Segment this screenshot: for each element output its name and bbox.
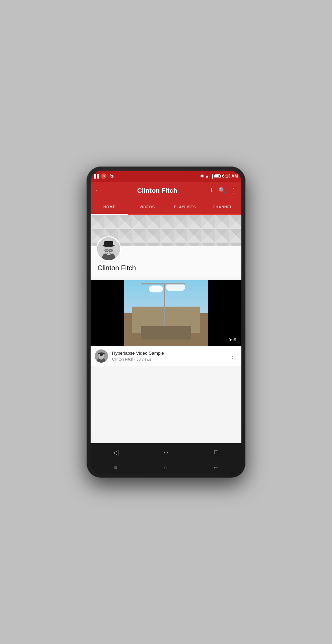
nav-home-button[interactable]: ○ xyxy=(157,445,175,459)
video-text: Hyperlapse Video Sample Clinton Fitch · … xyxy=(112,351,224,361)
channel-avatar xyxy=(96,236,121,261)
status-right-icons: ✱ ▲ ▐ 6:13 AM xyxy=(200,174,238,179)
status-left-icons: S 🛍 xyxy=(94,173,114,179)
svg-point-15 xyxy=(111,250,112,251)
video-card: 0:15 Hyperlapse Video Samp xyxy=(91,280,241,366)
shopping-icon: 🛍 xyxy=(109,173,114,179)
back-button[interactable]: ← xyxy=(95,187,102,194)
gesture-menu-icon: ≡ xyxy=(114,465,117,470)
toolbar-title: Clinton Fitch xyxy=(105,187,209,194)
video-meta: Clinton Fitch · 30 views xyxy=(112,357,224,361)
toolbar-actions: ⬆ 🔍 ⋮ xyxy=(209,187,237,194)
channel-name: Clinton Fitch xyxy=(96,264,136,272)
nav-back-button[interactable]: ◁ xyxy=(107,445,124,459)
tab-playlists[interactable]: PLAYLISTS xyxy=(166,200,204,214)
signal-icon: ▐ xyxy=(211,174,213,178)
main-content: Clinton Fitch xyxy=(91,215,241,443)
nav-bar: ◁ ○ □ xyxy=(91,443,241,461)
video-thumb-inner xyxy=(91,280,241,346)
video-more-button[interactable]: ⋮ xyxy=(228,351,237,361)
tabs-bar: HOME VIDEOS PLAYLISTS CHANNEL xyxy=(91,200,241,215)
phone-frame: S 🛍 ✱ ▲ ▐ 6:13 AM ← Clinton Fitch ⬆ 🔍 ⋮ xyxy=(86,166,246,478)
svg-rect-13 xyxy=(104,241,113,246)
video-thumbnail[interactable]: 0:15 xyxy=(91,280,241,346)
shazam-icon: S xyxy=(101,173,107,179)
svg-point-14 xyxy=(105,250,107,251)
bluetooth-icon: ✱ xyxy=(200,174,204,179)
avatar-container xyxy=(96,236,121,261)
tab-videos[interactable]: VIDEOS xyxy=(128,200,166,214)
video-channel-avatar xyxy=(95,350,108,363)
toolbar: ← Clinton Fitch ⬆ 🔍 ⋮ xyxy=(91,182,241,200)
video-info-row: Hyperlapse Video Sample Clinton Fitch · … xyxy=(91,346,241,366)
grid-icon xyxy=(94,174,99,179)
gesture-bar: ≡ ⌂ ↩ xyxy=(91,461,241,474)
video-title: Hyperlapse Video Sample xyxy=(112,351,224,356)
video-duration: 0:15 xyxy=(227,337,238,343)
gesture-home-icon: ⌂ xyxy=(164,465,167,470)
search-button[interactable]: 🔍 xyxy=(219,187,226,194)
gesture-back-icon: ↩ xyxy=(214,465,218,470)
tab-channels[interactable]: CHANNEL xyxy=(204,200,241,214)
nav-recents-button[interactable]: □ xyxy=(208,445,225,459)
phone-screen: S 🛍 ✱ ▲ ▐ 6:13 AM ← Clinton Fitch ⬆ 🔍 ⋮ xyxy=(91,171,241,474)
status-bar: S 🛍 ✱ ▲ ▐ 6:13 AM xyxy=(91,171,241,182)
tab-home[interactable]: HOME xyxy=(91,200,128,214)
more-button[interactable]: ⋮ xyxy=(231,187,237,194)
wifi-icon: ▲ xyxy=(205,174,209,179)
upload-button[interactable]: ⬆ xyxy=(209,187,214,194)
time-display: 6:13 AM xyxy=(222,174,238,179)
battery-icon xyxy=(214,174,221,178)
profile-section: Clinton Fitch xyxy=(91,246,241,278)
svg-point-20 xyxy=(98,352,105,354)
